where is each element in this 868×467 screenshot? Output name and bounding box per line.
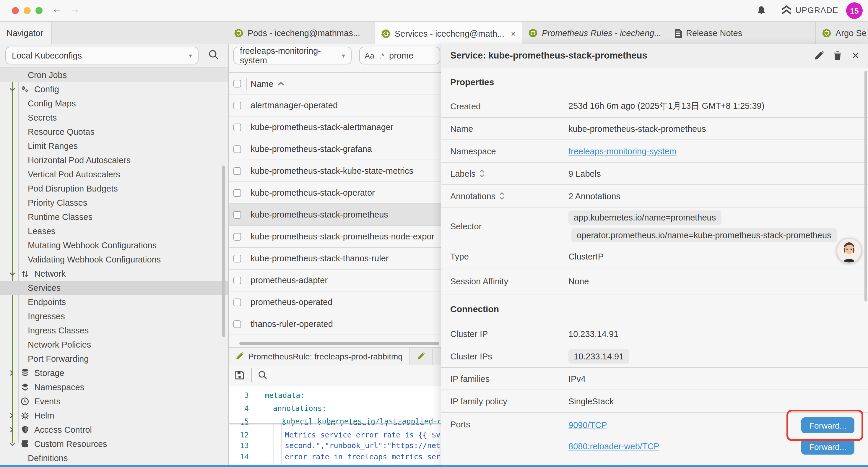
trash-icon[interactable] [833,51,842,60]
selector-chip[interactable]: app.kubernetes.io/name=prometheus [568,210,721,224]
row-checkbox[interactable] [234,211,241,218]
sidebar-item-mutating-webhook-configurations[interactable]: Mutating Webhook Configurations [0,238,228,253]
namespace-link[interactable]: freeleaps-monitoring-system [568,146,677,156]
sidebar-item-config-maps[interactable]: Config Maps [0,96,228,111]
sidebar-item-definitions[interactable]: Definitions [0,451,228,465]
table-row[interactable]: kube-prometheus-stack-grafana [229,138,442,160]
yaml-editor[interactable]: 3metadata:4annotations:5kubectl.kubernet… [229,385,442,464]
chevron-down-icon[interactable] [9,272,17,276]
table-row[interactable]: thanos-ruler-operated [229,313,442,335]
close-icon[interactable]: × [511,29,516,38]
chevron-right-icon[interactable] [9,427,17,433]
sidebar-item-leases[interactable]: Leases [0,224,228,238]
traffic-light-minimize[interactable] [24,7,31,14]
table-row[interactable]: kube-prometheus-stack-prometheus-node-ex… [229,226,442,248]
table-search-input[interactable]: Aa .* prome [359,47,440,64]
panel-scrollbar[interactable] [864,71,867,301]
notification-badge[interactable]: 15 [846,2,863,19]
avatar[interactable] [836,238,862,264]
row-checkbox[interactable] [234,298,241,306]
sidebar-item-ingress-classes[interactable]: Ingress Classes [0,323,228,338]
row-checkbox[interactable] [234,233,241,240]
editor-tab-2[interactable] [410,348,433,365]
sidebar-item-services[interactable]: Services [0,281,228,295]
sidebar-item-config[interactable]: Config [0,82,228,96]
sidebar-item-limit-ranges[interactable]: Limit Ranges [0,139,228,153]
sidebar-item-storage[interactable]: Storage [0,366,228,380]
sidebar-item-vertical-pod-autoscalers[interactable]: Vertical Pod Autoscalers [0,167,228,181]
bell-icon[interactable] [756,5,766,16]
row-checkbox[interactable] [234,276,241,284]
sidebar-item-port-forwarding[interactable]: Port Forwarding [0,352,228,366]
row-checkbox[interactable] [234,101,241,109]
sidebar-scrollbar[interactable] [222,166,225,337]
row-checkbox[interactable] [234,167,241,175]
kubeconfig-selector[interactable]: Local Kubeconfigs ▾ [5,47,198,64]
table-horizontal-scrollbar[interactable] [239,342,439,345]
port-link-9090[interactable]: 9090/TCP [568,420,607,430]
row-checkbox[interactable] [234,255,241,262]
cluster-ips-chip[interactable]: 10.233.14.91 [568,349,629,363]
editor-search-icon[interactable] [258,370,268,380]
traffic-light-close[interactable] [12,7,19,14]
row-checkbox[interactable] [234,123,241,131]
row-checkbox[interactable] [234,320,241,328]
annotations-value[interactable]: 2 Annotations [568,191,620,201]
regex-icon[interactable]: .* [379,51,384,60]
sidebar-item-resource-quotas[interactable]: Resource Quotas [0,125,228,139]
table-row[interactable]: kube-prometheus-stack-operator [229,182,442,204]
row-checkbox[interactable] [234,189,241,197]
forward-button-8080[interactable]: Forward... [801,439,855,455]
table-row[interactable]: kube-prometheus-stack-alertmanager [229,116,442,138]
sidebar-item-secrets[interactable]: Secrets [0,111,228,125]
column-header-name[interactable]: Name [251,79,273,88]
sidebar-item-events[interactable]: Events [0,394,228,408]
port-link-8080[interactable]: 8080:reloader-web/TCP [568,442,659,451]
upgrade-button[interactable]: UPGRADE [781,5,838,15]
save-icon[interactable] [235,370,245,380]
sidebar-item-namespaces[interactable]: Namespaces [0,380,228,394]
sidebar-item-runtime-classes[interactable]: Runtime Classes [0,210,228,224]
selector-chip[interactable]: operator.prometheus.io/name=kube-prometh… [571,228,837,242]
tab-release-notes[interactable]: Release Notes [668,22,816,44]
tab-prometheus-rules-icecheng[interactable]: Prometheus Rules - icecheng... [522,22,668,44]
sort-asc-icon[interactable] [277,82,284,86]
tab-pods-icecheng-mathmas[interactable]: Pods - icecheng@mathmas... [228,22,375,44]
runbook-url-link[interactable]: https://net [392,441,440,450]
sidebar-item-validating-webhook-configurations[interactable]: Validating Webhook Configurations [0,253,228,267]
labels-value[interactable]: 9 Labels [568,169,601,178]
namespace-filter-select[interactable]: freeleaps-monitoring-system ▾ [234,47,351,64]
edit-pencil-icon[interactable] [814,51,824,60]
match-case-icon[interactable]: Aa [365,51,374,60]
tab-argo-se[interactable]: Argo Se [816,22,868,44]
tab-navigator[interactable]: Navigator [0,22,52,44]
table-row[interactable]: kube-prometheus-stack-prometheus [229,204,442,226]
table-row[interactable]: prometheus-adapter [229,269,442,291]
sidebar-item-custom-resources[interactable]: Custom Resources [0,437,228,451]
chevron-down-icon[interactable] [9,87,17,91]
chevron-right-icon[interactable] [9,413,17,418]
expand-updown-icon[interactable] [499,192,504,200]
sidebar-item-priority-classes[interactable]: Priority Classes [0,196,228,210]
editor-tab-prometheusrule[interactable]: PrometheusRule: freeleaps-prod-rabbitmq [229,348,410,365]
table-row[interactable]: prometheus-operated [229,291,442,313]
sidebar-item-network[interactable]: Network [0,267,228,281]
row-checkbox[interactable] [234,145,241,153]
tab-services-icecheng-math[interactable]: Services - icecheng@math...× [375,22,522,45]
expand-updown-icon[interactable] [479,170,484,177]
traffic-light-zoom[interactable] [35,7,42,14]
sidebar-item-cron-jobs[interactable]: Cron Jobs [0,68,228,82]
search-icon[interactable] [208,49,219,60]
sidebar-item-pod-disruption-budgets[interactable]: Pod Disruption Budgets [0,181,228,196]
table-row[interactable]: kube-prometheus-stack-thanos-ruler [229,248,442,269]
sidebar-item-network-policies[interactable]: Network Policies [0,338,228,352]
chevron-down-icon[interactable] [9,442,17,446]
back-arrow-icon[interactable]: ← [52,4,62,16]
select-all-checkbox[interactable] [234,80,241,87]
close-icon[interactable]: ✕ [851,49,860,62]
sidebar-item-access-control[interactable]: Access Control [0,423,228,437]
table-row[interactable]: kube-prometheus-stack-kube-state-metrics [229,160,442,182]
sidebar-item-endpoints[interactable]: Endpoints [0,295,228,309]
sidebar-item-horizontal-pod-autoscalers[interactable]: Horizontal Pod Autoscalers [0,153,228,167]
sidebar-item-ingresses[interactable]: Ingresses [0,309,228,323]
